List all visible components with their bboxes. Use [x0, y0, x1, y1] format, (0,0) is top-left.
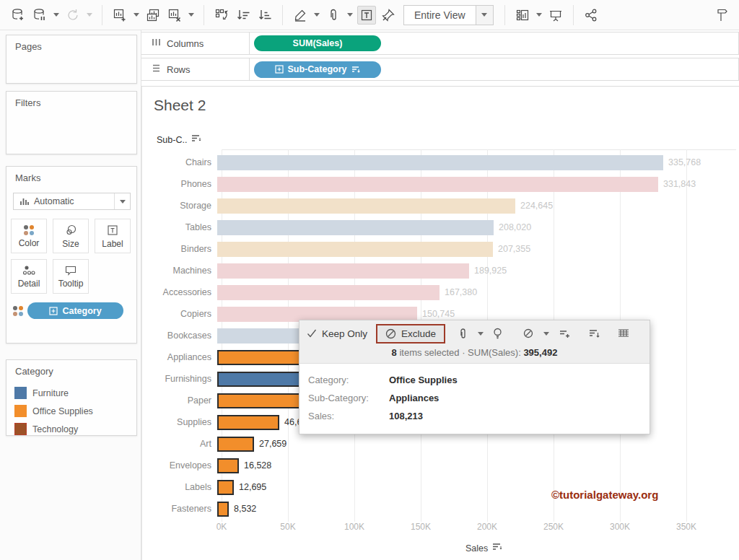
filters-shelf[interactable]: Filters: [6, 91, 137, 154]
pages-shelf[interactable]: Pages: [6, 35, 137, 84]
new-worksheet-caret[interactable]: [134, 13, 139, 17]
x-axis-title[interactable]: Sales: [465, 543, 502, 554]
size-button[interactable]: Size: [53, 219, 89, 253]
show-me-icon[interactable]: [712, 6, 730, 25]
group-caret[interactable]: [478, 332, 484, 336]
sort-descending-icon[interactable]: [255, 6, 274, 25]
legend-swatch[interactable]: [14, 423, 27, 435]
row-label[interactable]: Supplies: [142, 417, 217, 427]
row-label[interactable]: Accessories: [142, 287, 217, 297]
row-label[interactable]: Machines: [142, 266, 217, 276]
new-data-source-icon[interactable]: [9, 6, 27, 25]
sort-menu-icon[interactable]: [588, 328, 600, 339]
sort-ascending-icon[interactable]: [234, 6, 253, 25]
label-button[interactable]: Label: [95, 219, 131, 253]
category-pill[interactable]: Category: [27, 302, 123, 319]
clear-sheet-caret[interactable]: [188, 13, 194, 17]
share-icon[interactable]: [582, 6, 600, 25]
bar-mark[interactable]: [217, 263, 469, 279]
bar-mark[interactable]: [217, 155, 663, 170]
detail-button[interactable]: Detail: [11, 259, 47, 294]
mark-type-value: Automatic: [34, 196, 74, 206]
view-data-icon[interactable]: [618, 328, 629, 338]
tooltip-button[interactable]: Tooltip: [53, 259, 89, 294]
fit-mode-caret[interactable]: [476, 6, 493, 25]
selection-sum: 395,492: [523, 347, 557, 358]
exclude-menu-icon[interactable]: [522, 328, 534, 339]
duplicate-sheet-icon[interactable]: [144, 6, 162, 25]
x-tick-label: 300K: [610, 522, 630, 532]
bar-mark[interactable]: [217, 480, 234, 495]
legend-item[interactable]: Technology: [6, 420, 136, 438]
rows-shelf[interactable]: Rows Sub-Category: [141, 58, 739, 81]
row-field-header[interactable]: Sub-C..: [157, 134, 201, 145]
pause-auto-updates-icon[interactable]: [30, 6, 49, 25]
row-label[interactable]: Bookcases: [142, 331, 217, 341]
row-label[interactable]: Tables: [142, 222, 217, 232]
legend-item[interactable]: Office Supplies: [6, 402, 136, 420]
tooltip-row-value: 108,213: [389, 407, 423, 425]
bar-mark[interactable]: [217, 458, 239, 473]
bar-mark[interactable]: [217, 177, 658, 192]
row-label[interactable]: Appliances: [142, 352, 217, 362]
sort-icon[interactable]: [492, 543, 502, 554]
exclude-icon: [385, 328, 396, 339]
x-tick-label: 150K: [411, 522, 431, 532]
keep-only-button[interactable]: Keep Only: [307, 328, 367, 339]
create-set-icon[interactable]: [559, 328, 571, 339]
group-members-icon[interactable]: [324, 6, 343, 25]
bar-mark[interactable]: [217, 415, 279, 430]
row-label[interactable]: Labels: [142, 482, 217, 492]
sub-category-pill[interactable]: Sub-Category: [254, 61, 381, 78]
exclude-menu-caret[interactable]: [543, 332, 549, 336]
sort-icon[interactable]: [351, 66, 360, 74]
row-label[interactable]: Storage: [142, 201, 217, 211]
new-worksheet-icon[interactable]: [110, 6, 129, 25]
sort-icon[interactable]: [191, 134, 201, 145]
mark-type-dropdown[interactable]: Automatic: [13, 193, 131, 210]
bar-mark[interactable]: [217, 198, 515, 214]
group-members-caret[interactable]: [347, 13, 353, 17]
legend-swatch[interactable]: [14, 405, 27, 417]
mark-type-caret[interactable]: [114, 193, 130, 209]
color-button[interactable]: Color: [11, 219, 47, 253]
fit-mode-select[interactable]: Entire View: [403, 5, 494, 25]
bar-value-label: 8,532: [234, 504, 256, 514]
show-hide-cards-caret[interactable]: [536, 13, 542, 17]
row-label[interactable]: Binders: [142, 244, 217, 254]
x-axis-ticks: 0K50K100K150K200K250K300K350K: [142, 522, 739, 533]
pause-auto-updates-caret[interactable]: [53, 13, 59, 17]
row-label[interactable]: Phones: [142, 179, 217, 189]
describe-lightbulb-icon[interactable]: [493, 328, 502, 340]
highlight-icon[interactable]: [291, 6, 310, 25]
bar-value-label: 189,925: [474, 266, 507, 276]
row-label[interactable]: Paper: [142, 395, 217, 406]
bar-mark[interactable]: [217, 220, 494, 235]
bar-mark[interactable]: [217, 242, 493, 257]
bar-mark[interactable]: [217, 285, 440, 300]
presentation-mode-icon[interactable]: [546, 6, 565, 25]
fit-mode-value: Entire View: [404, 9, 476, 21]
highlight-caret[interactable]: [314, 13, 320, 17]
row-label[interactable]: Copiers: [142, 309, 217, 319]
fix-axes-icon[interactable]: [379, 6, 398, 25]
row-label[interactable]: Chairs: [142, 157, 217, 167]
exclude-button[interactable]: Exclude: [376, 324, 445, 344]
row-label[interactable]: Furnishings: [142, 374, 217, 384]
row-label[interactable]: Fasteners: [142, 504, 217, 514]
group-members-icon[interactable]: [457, 328, 468, 339]
bar-mark[interactable]: [217, 502, 229, 517]
row-label[interactable]: Art: [142, 439, 217, 449]
legend-swatch[interactable]: [14, 387, 27, 399]
swap-rows-columns-icon[interactable]: [212, 6, 231, 25]
clear-sheet-icon[interactable]: [165, 6, 184, 25]
columns-shelf[interactable]: Columns SUM(Sales): [141, 32, 739, 55]
row-label[interactable]: Envelopes: [142, 460, 217, 471]
refresh-data-icon[interactable]: [64, 6, 82, 25]
sum-sales-pill[interactable]: SUM(Sales): [254, 35, 381, 51]
legend-item[interactable]: Furniture: [6, 384, 136, 402]
show-mark-labels-icon[interactable]: [357, 6, 376, 25]
show-hide-cards-icon[interactable]: [513, 6, 532, 25]
refresh-data-caret[interactable]: [87, 13, 92, 17]
bar-mark[interactable]: [217, 437, 254, 452]
